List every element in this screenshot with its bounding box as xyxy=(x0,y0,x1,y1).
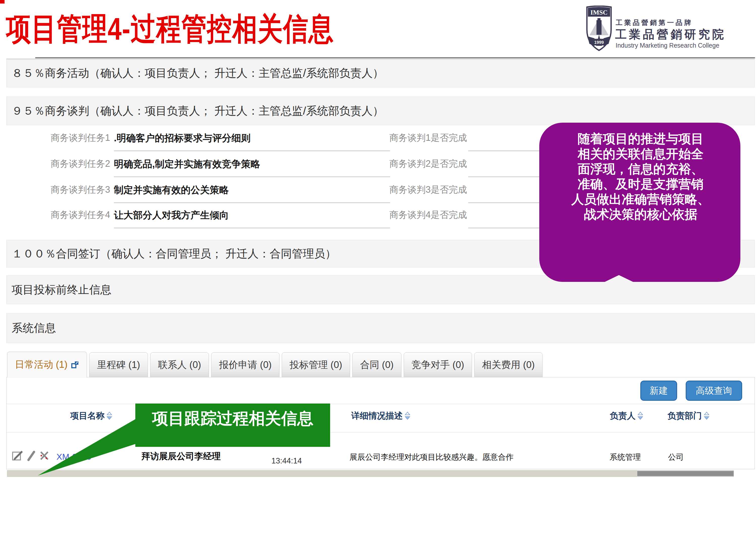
tab-milestone[interactable]: 里程碑 (1) xyxy=(89,352,148,377)
section-bar-label: 系统信息 xyxy=(12,321,56,335)
logo-org-name-en: Industry Marketing Research College xyxy=(616,42,719,49)
tab-contract[interactable]: 合同 (0) xyxy=(352,352,401,377)
section-bar-label: ９５％商务谈判（确认人：项目负责人； 升迁人：主管总监/系统部负责人） xyxy=(12,103,384,118)
section-bar-business-negotiation: ９５％商务谈判（确认人：项目负责人； 升迁人：主管总监/系统部负责人） xyxy=(6,97,755,125)
tab-label: 报价申请 (0) xyxy=(219,358,272,371)
logo-org-name: 工業品營銷研究院 xyxy=(615,27,726,42)
section-bar-business-activity: ８５％商务活动（确认人：项目负责人； 升迁人：主管总监/系统部负责人） xyxy=(6,59,755,87)
department-cell: 公司 xyxy=(668,452,684,463)
slide-corner-mark xyxy=(0,0,5,4)
status-field-label: 商务谈判1是否完成 xyxy=(389,132,465,144)
tab-contacts[interactable]: 联系人 (0) xyxy=(150,352,209,377)
green-annotation-callout: 项目跟踪过程相关信息 xyxy=(135,404,330,447)
task-input-field[interactable] xyxy=(114,177,390,177)
tab-related-costs[interactable]: 相关费用 (0) xyxy=(474,352,542,377)
field-label: 商务谈判任务2 xyxy=(51,158,110,170)
new-button[interactable]: 新建 xyxy=(640,380,677,401)
page-title: 项目管理4-过程管控相关信息 xyxy=(6,13,334,44)
section-bar-label: 项目投标前终止信息 xyxy=(12,282,111,297)
task-input-field[interactable] xyxy=(114,228,390,228)
owner-cell: 系统管理 xyxy=(610,452,641,463)
sort-icon xyxy=(704,411,710,420)
section-bar-label: ８５％商务活动（确认人：项目负责人； 升迁人：主管总监/系统部负责人） xyxy=(12,66,384,81)
new-button-label: 新建 xyxy=(650,385,668,397)
popout-icon[interactable] xyxy=(71,361,79,369)
imsc-logo: IMSC 1999 工業品營銷第一品牌 工業品營銷研究院 Industry Ma… xyxy=(586,4,755,54)
tab-quotation-request[interactable]: 报价申请 (0) xyxy=(211,352,279,377)
tab-daily-activity[interactable]: 日常活动 (1) xyxy=(7,352,87,378)
tab-label: 联系人 (0) xyxy=(158,358,201,371)
field-value: 让大部分人对我方产生倾向 xyxy=(114,209,229,222)
related-info-tabbar: 日常活动 (1) 里程碑 (1) 联系人 (0) 报价申请 (0) 投标管理 (… xyxy=(7,352,542,377)
svg-text:1999: 1999 xyxy=(594,40,604,45)
description-cell: 展辰公司李经理对此项目比较感兴趣。愿意合作 xyxy=(350,452,513,463)
purple-bubble-tail xyxy=(604,275,633,282)
advanced-query-button-label: 高级查询 xyxy=(696,385,732,397)
task-input-field[interactable] xyxy=(114,151,390,151)
tab-label: 合同 (0) xyxy=(360,358,393,371)
edit-pencil-icon[interactable] xyxy=(27,450,36,462)
tab-bid-management[interactable]: 投标管理 (0) xyxy=(282,352,350,377)
green-callout-arrow xyxy=(35,413,144,479)
title-divider xyxy=(35,57,755,58)
tab-competitors[interactable]: 竞争对手 (0) xyxy=(404,352,472,377)
activity-time-cell: 13:44:14 xyxy=(272,456,302,465)
tab-label: 投标管理 (0) xyxy=(290,358,342,371)
section-bar-label: １００％合同签订（确认人：合同管理员； 升迁人：合同管理员） xyxy=(12,246,336,261)
advanced-query-button[interactable]: 高级查询 xyxy=(686,380,742,401)
column-header-label: 负责部门 xyxy=(668,410,702,422)
field-label: 商务谈判任务4 xyxy=(51,209,110,221)
tab-label: 竞争对手 (0) xyxy=(412,358,464,371)
field-value: .明确客户的招标要求与评分细则 xyxy=(114,132,251,145)
open-record-icon[interactable] xyxy=(12,450,24,462)
column-header-label: 负责人 xyxy=(610,410,635,422)
svg-text:IMSC: IMSC xyxy=(591,9,608,16)
tab-label: 里程碑 (1) xyxy=(97,358,140,371)
status-field-label: 商务谈判4是否完成 xyxy=(389,209,465,221)
field-value: 制定并实施有效的公关策略 xyxy=(114,183,229,196)
sort-icon xyxy=(405,411,410,420)
column-header-owner[interactable]: 负责人 xyxy=(610,410,643,422)
column-header-description[interactable]: 详细情况描述 xyxy=(351,410,410,422)
column-header-label: 详细情况描述 xyxy=(351,410,403,422)
field-value: 明确竞品,制定并实施有效竞争策略 xyxy=(114,158,260,171)
status-field-label: 商务谈判2是否完成 xyxy=(389,158,465,170)
field-label: 商务谈判任务1 xyxy=(51,132,110,144)
status-field-label: 商务谈判3是否完成 xyxy=(389,183,465,196)
purple-annotation-bubble: 随着项目的推进与项目 相关的关联信息开始全 面浮现，信息的充裕、 准确、及时是支… xyxy=(539,123,741,282)
logo-tagline: 工業品營銷第一品牌 xyxy=(616,18,693,27)
activity-name-cell: 拜访展辰公司李经理 xyxy=(141,450,221,462)
field-label: 商务谈判任务3 xyxy=(51,183,110,196)
tab-label: 日常活动 (1) xyxy=(15,358,68,371)
scrollbar-thumb[interactable] xyxy=(637,471,734,476)
sort-icon xyxy=(638,411,643,420)
column-header-department[interactable]: 负责部门 xyxy=(668,410,710,422)
tab-label: 相关费用 (0) xyxy=(482,358,535,371)
imsc-shield-icon: IMSC 1999 xyxy=(586,6,612,51)
section-bar-system-info: 系统信息 xyxy=(6,313,755,343)
